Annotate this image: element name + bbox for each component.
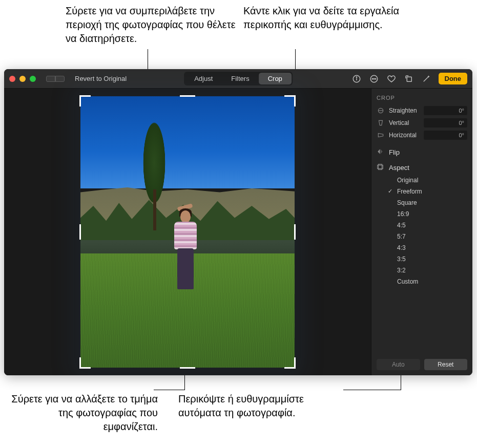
aspect-list: OriginalFreeformSquare16:94:55:74:33:53:… bbox=[390, 177, 467, 285]
horizontal-perspective-icon bbox=[377, 131, 385, 139]
crop-handle-top[interactable] bbox=[180, 95, 195, 97]
aspect-option-4-3[interactable]: 4:3 bbox=[390, 244, 467, 251]
straighten-value: 0° bbox=[459, 108, 464, 114]
crop-frame[interactable] bbox=[80, 96, 295, 368]
svg-point-4 bbox=[372, 78, 373, 79]
tab-crop[interactable]: Crop bbox=[259, 73, 292, 84]
done-button[interactable]: Done bbox=[439, 73, 468, 84]
aspect-option-16-9[interactable]: 16:9 bbox=[390, 210, 467, 218]
reset-crop-button[interactable]: Reset bbox=[424, 359, 468, 370]
horizontal-label: Horizontal bbox=[389, 132, 420, 139]
callout-line bbox=[154, 390, 184, 390]
flip-label: Flip bbox=[389, 148, 400, 156]
svg-point-2 bbox=[356, 77, 357, 77]
callout-bottom-right: Περικόψτε ή ευθυγραμμίστε αυτόματα τη φω… bbox=[178, 392, 347, 420]
favorite-heart-icon[interactable] bbox=[386, 74, 397, 84]
tab-adjust[interactable]: Adjust bbox=[185, 73, 222, 84]
photo-preview[interactable] bbox=[80, 96, 295, 368]
flip-icon bbox=[377, 148, 385, 156]
aspect-option-4-5[interactable]: 4:5 bbox=[390, 222, 467, 229]
vertical-value: 0° bbox=[459, 120, 464, 126]
aspect-option-3-5[interactable]: 3:5 bbox=[390, 255, 467, 263]
auto-crop-button[interactable]: Auto bbox=[377, 359, 420, 370]
info-icon[interactable] bbox=[351, 74, 362, 84]
minimize-window-button[interactable] bbox=[19, 76, 26, 82]
callout-top-right: Κάντε κλικ για να δείτε τα εργαλεία περι… bbox=[243, 4, 402, 32]
svg-point-5 bbox=[374, 78, 375, 79]
close-window-button[interactable] bbox=[9, 76, 15, 82]
aspect-row[interactable]: Aspect bbox=[377, 163, 467, 172]
aspect-option-3-2[interactable]: 3:2 bbox=[390, 267, 467, 274]
crop-handle-right[interactable] bbox=[294, 224, 296, 240]
callout-top-left: Σύρετε για να συμπεριλάβετε την περιοχή … bbox=[66, 4, 240, 46]
rotate-icon[interactable] bbox=[404, 74, 414, 84]
more-icon[interactable] bbox=[369, 74, 379, 84]
aspect-option-original[interactable]: Original bbox=[390, 177, 467, 184]
crop-handle-left[interactable] bbox=[79, 224, 81, 240]
svg-point-6 bbox=[375, 78, 376, 79]
crop-handle-bottom[interactable] bbox=[180, 367, 195, 369]
window-controls bbox=[9, 76, 36, 82]
aspect-option-5-7[interactable]: 5:7 bbox=[390, 233, 467, 240]
photos-edit-window: Revert to Original Adjust Filters Crop D… bbox=[4, 69, 472, 375]
aspect-icon bbox=[377, 163, 385, 172]
crop-handle-bottom-right[interactable] bbox=[284, 357, 296, 369]
revert-to-original-button[interactable]: Revert to Original bbox=[75, 75, 127, 82]
tab-filters[interactable]: Filters bbox=[222, 73, 258, 84]
aspect-option-custom[interactable]: Custom bbox=[390, 278, 467, 285]
vertical-slider[interactable]: Vertical 0° bbox=[377, 118, 467, 127]
horizontal-slider[interactable]: Horizontal 0° bbox=[377, 131, 467, 140]
crop-handle-top-right[interactable] bbox=[284, 95, 296, 106]
callout-bottom-left: Σύρετε για να αλλάξετε το τμήμα της φωτο… bbox=[4, 392, 158, 434]
canvas-area bbox=[4, 89, 371, 375]
callout-line bbox=[343, 390, 401, 390]
aspect-option-freeform[interactable]: Freeform bbox=[390, 188, 467, 195]
right-toolbar: Done bbox=[351, 73, 468, 84]
aspect-option-square[interactable]: Square bbox=[390, 199, 467, 206]
svg-rect-7 bbox=[407, 77, 411, 81]
flip-row[interactable]: Flip bbox=[377, 148, 467, 156]
titlebar: Revert to Original Adjust Filters Crop D… bbox=[4, 69, 472, 89]
vertical-label: Vertical bbox=[389, 119, 420, 126]
crop-panel: CROP Straighten 0° Vertical 0° Horizo bbox=[371, 89, 472, 375]
straighten-label: Straighten bbox=[389, 107, 420, 114]
edit-mode-tabs: Adjust Filters Crop bbox=[184, 72, 293, 86]
panel-title: CROP bbox=[377, 95, 467, 101]
auto-enhance-wand-icon[interactable] bbox=[421, 74, 431, 84]
vertical-perspective-icon bbox=[377, 119, 385, 127]
straighten-slider[interactable]: Straighten 0° bbox=[377, 106, 467, 115]
panel-footer: Auto Reset bbox=[377, 359, 467, 370]
horizontal-value: 0° bbox=[459, 132, 464, 138]
crop-handle-bottom-left[interactable] bbox=[79, 357, 91, 369]
aspect-label: Aspect bbox=[389, 164, 409, 172]
sidebar-toggle[interactable] bbox=[46, 76, 65, 82]
crop-handle-top-left[interactable] bbox=[79, 95, 91, 106]
workspace: CROP Straighten 0° Vertical 0° Horizo bbox=[4, 89, 472, 375]
straighten-icon bbox=[377, 106, 385, 115]
fullscreen-window-button[interactable] bbox=[30, 76, 36, 82]
